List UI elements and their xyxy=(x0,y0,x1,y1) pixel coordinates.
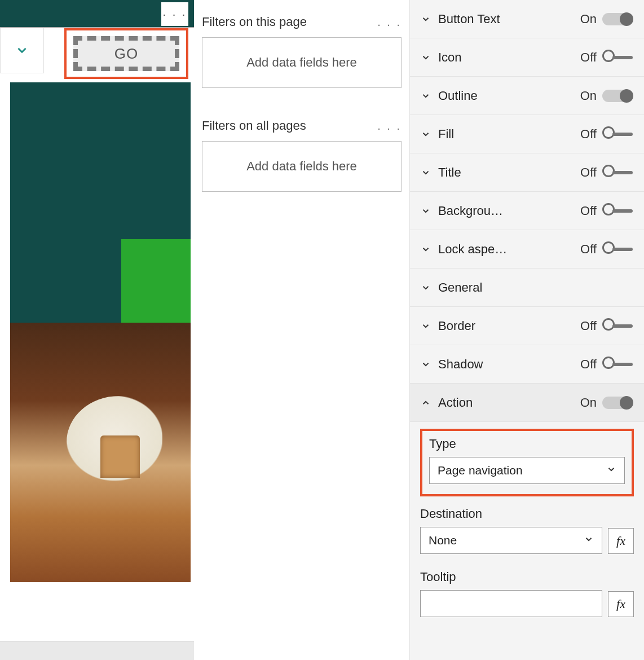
format-row-general[interactable]: General xyxy=(410,269,644,307)
chevron-down-icon xyxy=(419,129,433,139)
format-row-label: Border xyxy=(438,319,576,333)
green-shape xyxy=(121,239,191,329)
format-row-button-text[interactable]: Button TextOn xyxy=(410,0,644,38)
chevron-down-icon xyxy=(606,464,616,477)
filters-allpages-more-icon[interactable]: . . . xyxy=(377,120,402,133)
format-row-state: Off xyxy=(576,127,597,142)
format-row-backgrou-[interactable]: Backgrou…Off xyxy=(410,192,644,230)
action-section-body: Type Page navigation Destination None fx… xyxy=(410,422,644,630)
go-button-selection: GO xyxy=(64,28,188,79)
format-row-icon[interactable]: IconOff xyxy=(410,38,644,77)
format-row-label: Action xyxy=(438,395,576,410)
toggle-switch[interactable] xyxy=(602,205,633,217)
format-row-outline[interactable]: OutlineOn xyxy=(410,77,644,115)
format-row-state: On xyxy=(576,12,597,27)
format-row-label: Button Text xyxy=(438,12,576,27)
action-type-label: Type xyxy=(429,437,625,451)
format-row-state: Off xyxy=(576,204,597,218)
chevron-down-icon xyxy=(419,244,433,254)
action-type-highlight: Type Page navigation xyxy=(420,429,634,496)
chevron-down-icon xyxy=(419,14,433,24)
toggle-switch[interactable] xyxy=(602,128,633,140)
format-row-state: Off xyxy=(576,50,597,65)
chevron-down-icon xyxy=(419,206,433,216)
destination-fx-button[interactable]: fx xyxy=(608,528,634,554)
toggle-switch[interactable] xyxy=(602,90,633,102)
filters-allpages-heading: Filters on all pages xyxy=(202,118,306,133)
report-canvas: · · · GO xyxy=(0,0,194,660)
format-row-state: On xyxy=(576,395,597,410)
format-row-state: On xyxy=(576,89,597,103)
chevron-down-icon xyxy=(419,283,433,293)
action-destination-label: Destination xyxy=(420,507,634,521)
format-row-label: Fill xyxy=(438,127,576,142)
filters-page-dropzone[interactable]: Add data fields here xyxy=(202,37,402,88)
format-row-shadow[interactable]: ShadowOff xyxy=(410,345,644,384)
chevron-down-icon xyxy=(15,43,29,58)
format-row-label: Lock aspe… xyxy=(438,242,576,257)
format-row-title[interactable]: TitleOff xyxy=(410,153,644,192)
action-tooltip-label: Tooltip xyxy=(420,570,634,584)
format-row-label: General xyxy=(438,280,633,295)
format-row-border[interactable]: BorderOff xyxy=(410,307,644,345)
action-tooltip-input[interactable] xyxy=(420,590,602,617)
filters-page-heading: Filters on this page xyxy=(202,15,307,29)
toggle-switch[interactable] xyxy=(602,397,633,409)
chevron-up-icon xyxy=(419,398,433,408)
chevron-down-icon xyxy=(419,91,433,101)
canvas-image-area[interactable] xyxy=(10,82,191,582)
action-destination-value: None xyxy=(429,534,457,547)
format-pane: Button TextOnIconOffOutlineOnFillOffTitl… xyxy=(409,0,644,660)
dropdown-visual[interactable] xyxy=(0,27,44,73)
format-row-state: Off xyxy=(576,165,597,180)
format-row-label: Icon xyxy=(438,50,576,65)
filters-page-more-icon[interactable]: . . . xyxy=(377,16,402,29)
action-type-value: Page navigation xyxy=(438,464,523,477)
action-destination-select[interactable]: None xyxy=(420,527,602,554)
chevron-down-icon xyxy=(584,534,594,547)
format-row-state: Off xyxy=(576,319,597,333)
toggle-switch[interactable] xyxy=(602,13,633,25)
chevron-down-icon xyxy=(419,359,433,369)
tooltip-fx-button[interactable]: fx xyxy=(608,591,634,617)
filters-pane: Filters on this page . . . Add data fiel… xyxy=(194,0,409,660)
format-row-label: Backgrou… xyxy=(438,204,576,218)
format-row-action[interactable]: ActionOn xyxy=(410,384,644,422)
toggle-switch[interactable] xyxy=(602,320,633,332)
chevron-down-icon xyxy=(419,168,433,178)
format-row-label: Title xyxy=(438,165,576,180)
page-tabs-bar[interactable] xyxy=(0,641,194,660)
format-row-lock-aspe-[interactable]: Lock aspe…Off xyxy=(410,230,644,269)
go-button[interactable]: GO xyxy=(73,36,179,71)
filters-allpages-dropzone[interactable]: Add data fields here xyxy=(202,141,402,192)
action-type-select[interactable]: Page navigation xyxy=(429,457,625,484)
visual-more-button[interactable]: · · · xyxy=(161,2,188,26)
chevron-down-icon xyxy=(419,52,433,63)
toggle-switch[interactable] xyxy=(602,166,633,179)
toggle-switch[interactable] xyxy=(602,358,633,371)
format-row-label: Shadow xyxy=(438,357,576,372)
format-row-label: Outline xyxy=(438,89,576,103)
toggle-switch[interactable] xyxy=(602,243,633,256)
format-row-state: Off xyxy=(576,242,597,257)
canvas-top-bar: · · · xyxy=(0,0,194,28)
chevron-down-icon xyxy=(419,321,433,331)
format-row-state: Off xyxy=(576,357,597,372)
rock-tomb xyxy=(100,435,140,478)
toggle-switch[interactable] xyxy=(602,51,633,64)
desert-image xyxy=(10,323,191,582)
format-row-fill[interactable]: FillOff xyxy=(410,115,644,153)
